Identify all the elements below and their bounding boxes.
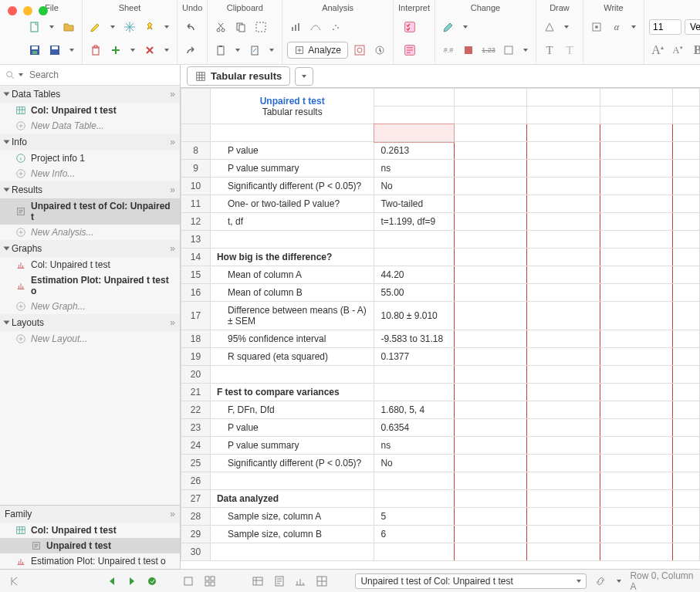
nav-item[interactable]: Project info 1 [0,151,180,166]
row-value[interactable]: ns [374,437,455,455]
shape-dropdown[interactable] [561,25,572,29]
monte-button[interactable] [327,19,344,36]
paste-dropdown[interactable] [232,49,243,52]
row-number[interactable]: 29 [181,526,211,543]
magic-button[interactable] [144,573,161,590]
remove-dropdown[interactable] [161,49,172,52]
paint-button[interactable] [440,19,457,36]
row-number[interactable]: 13 [181,231,211,249]
font-dec-button[interactable]: A▾ [669,44,686,56]
row-number[interactable]: 10 [181,178,211,195]
bold-button[interactable]: B [689,43,700,57]
row-number[interactable]: 8 [181,142,211,160]
tab-dropdown[interactable] [295,67,313,86]
stats-button[interactable] [287,19,304,36]
results-table-wrap[interactable]: Unpaired t test Tabular results 8P value… [181,88,700,569]
row-value[interactable] [374,472,455,490]
nav-item[interactable]: New Analysis... [0,225,180,240]
row-label[interactable]: Significantly different (P < 0.05)? [210,178,374,195]
row-label[interactable]: Data analyzed [210,490,374,508]
row-value[interactable]: 0.1377 [374,348,455,366]
pin-dropdown[interactable] [161,25,172,29]
add-dropdown[interactable] [127,49,138,52]
save-button[interactable] [26,42,43,59]
add-button[interactable] [107,42,124,59]
report-button[interactable] [398,39,421,62]
row-value[interactable]: t=1.199, df=9 [374,213,455,231]
font-size-select[interactable] [649,19,681,35]
paste-link-button[interactable] [246,42,263,59]
rerun-button[interactable] [351,42,368,59]
analyze-button[interactable]: Analyze [287,42,348,59]
linked-info-button[interactable] [272,573,287,590]
delete-button[interactable] [87,42,104,59]
row-value[interactable]: 10.80 ± 9.010 [374,302,455,330]
first-sheet-button[interactable] [6,573,22,590]
decimal-inc-button[interactable]: #.# [440,42,457,59]
minimize-icon[interactable] [23,6,32,15]
row-value[interactable]: -9.583 to 31.18 [374,330,455,348]
nav-item[interactable]: Estimation Plot: Unpaired t test o [0,272,180,299]
fit-button[interactable] [307,19,324,36]
tab-tabular-results[interactable]: Tabular results [187,66,290,86]
close-icon[interactable] [8,6,17,15]
pin-button[interactable] [141,19,158,36]
row-value[interactable]: 44.20 [374,266,455,284]
font-family-select[interactable] [685,19,700,35]
row-value[interactable] [374,366,455,384]
highlighter-button[interactable] [87,19,104,36]
text-tool-button[interactable]: T [541,42,558,59]
family-item[interactable]: Estimation Plot: Unpaired t test o [0,553,180,569]
row-label[interactable]: t, df [210,213,374,231]
row-value[interactable]: 55.00 [374,284,455,302]
row-label[interactable]: 95% confidence interval [210,330,374,348]
format-toggle-button[interactable]: 1.23 [480,42,497,59]
nav-item[interactable]: New Data Table... [0,118,180,134]
nav-section-0[interactable]: Data Tables» [0,86,180,103]
row-number[interactable]: 20 [181,366,211,384]
nav-item[interactable]: New Graph... [0,299,180,314]
link-dropdown[interactable] [614,580,624,583]
row-label[interactable]: How big is the difference? [210,249,374,266]
row-number[interactable]: 24 [181,437,211,455]
row-number[interactable]: 11 [181,195,211,213]
next-button[interactable] [123,573,140,590]
decimal-dec-button[interactable] [460,42,477,59]
checklist-button[interactable] [398,15,421,39]
row-label[interactable]: Mean of column A [210,266,374,284]
row-number[interactable]: 28 [181,508,211,526]
row-number[interactable]: 19 [181,348,211,366]
row-label[interactable]: Significantly different (P < 0.05)? [210,455,374,472]
sheet-select[interactable]: Unpaired t test of Col: Unpaired t test [355,573,587,589]
nav-section-2[interactable]: Results» [0,181,180,198]
family-header[interactable]: Family» [0,506,180,523]
row-number[interactable]: 12 [181,213,211,231]
row-value[interactable] [374,543,455,561]
text-tool2-button[interactable]: T [561,42,578,59]
row-label[interactable]: F, DFn, Dfd [210,401,374,419]
nav-item[interactable]: New Info... [0,166,180,181]
highlight-dropdown[interactable] [107,25,118,29]
paste-button[interactable] [212,42,229,59]
border-dropdown[interactable] [520,49,531,52]
row-number[interactable]: 23 [181,419,211,437]
prev-button[interactable] [103,573,120,590]
row-value[interactable] [374,490,455,508]
row-value[interactable] [374,231,455,249]
linked-graph-button[interactable] [293,573,308,590]
search-dropdown[interactable] [15,73,26,76]
nav-item[interactable]: Col: Unpaired t test [0,103,180,118]
nav-section-1[interactable]: Info» [0,134,180,151]
row-label[interactable] [210,366,374,384]
row-value[interactable] [374,384,455,401]
row-number[interactable]: 21 [181,384,211,401]
selected-cell[interactable] [374,124,455,142]
row-value[interactable]: 5 [374,508,455,526]
linked-layout-button[interactable] [314,573,330,590]
note-button[interactable] [588,19,605,36]
row-label[interactable]: P value summary [210,160,374,178]
row-number[interactable]: 9 [181,160,211,178]
row-label[interactable]: Sample size, column B [210,526,374,543]
row-number[interactable]: 17 [181,302,211,330]
new-file-dropdown[interactable] [46,25,57,29]
